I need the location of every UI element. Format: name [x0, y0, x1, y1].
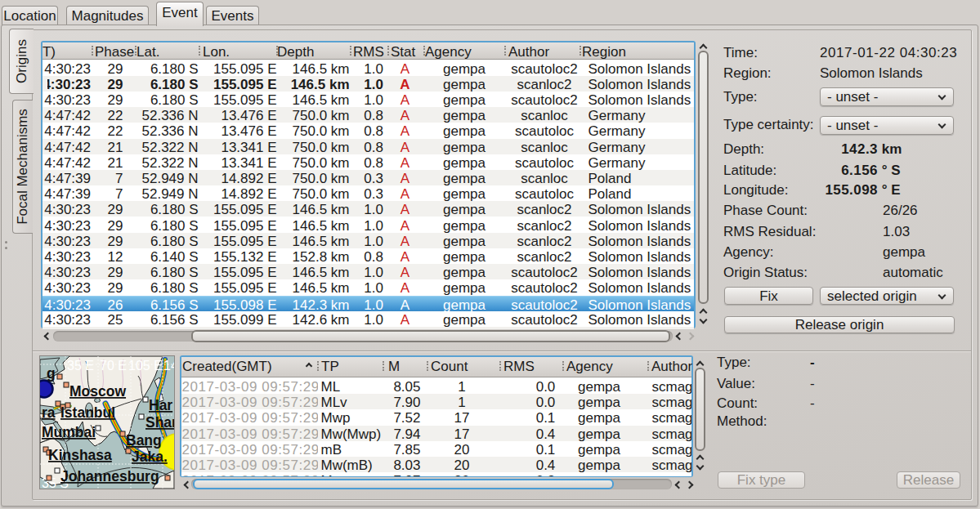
svg-text:Istanbul: Istanbul	[60, 404, 115, 421]
svg-text:Mumbai: Mumbai	[42, 424, 96, 440]
svg-text:35 E: 35 E	[67, 359, 94, 373]
svg-text:Moscow: Moscow	[69, 383, 126, 400]
svg-text:Shan: Shan	[145, 414, 174, 431]
svg-text:14: 14	[163, 359, 174, 373]
svg-text:Kinshasa: Kinshasa	[48, 447, 112, 463]
svg-text:Johannesburg: Johannesburg	[60, 468, 159, 484]
svg-text:105 E: 105 E	[128, 359, 163, 373]
svg-text:g: g	[47, 365, 56, 382]
svg-text:Bang: Bang	[126, 432, 162, 449]
svg-text:Har: Har	[149, 397, 172, 413]
svg-text:70 E: 70 E	[100, 359, 127, 373]
svg-text:Jaka.: Jaka.	[132, 449, 168, 465]
svg-text:ra: ra	[42, 404, 56, 421]
